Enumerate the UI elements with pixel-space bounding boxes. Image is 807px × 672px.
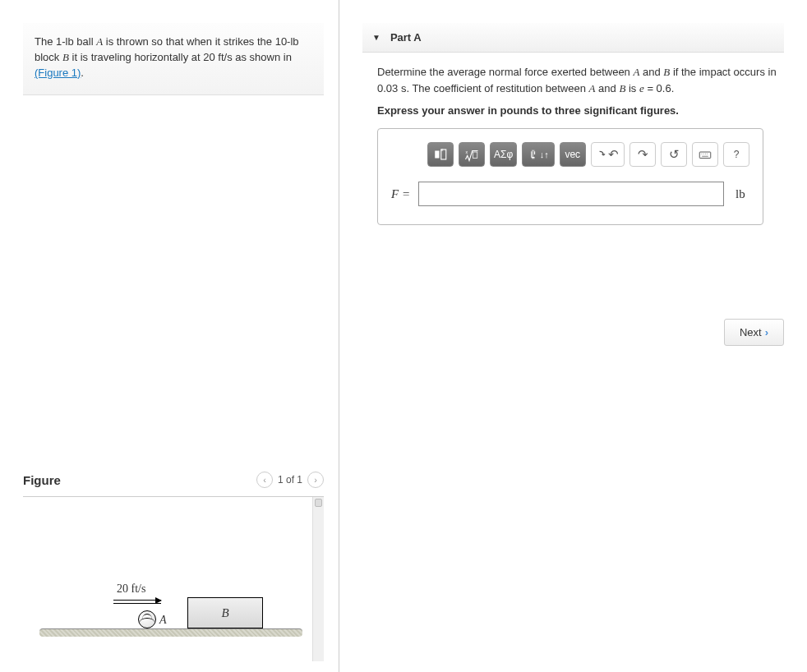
svg-text:x: x xyxy=(466,150,468,154)
velocity-arrow-icon xyxy=(113,600,161,601)
svg-rect-4 xyxy=(473,152,477,159)
problem-statement: The 1-lb ball A is thrown so that when i… xyxy=(23,23,324,95)
unit: lb xyxy=(290,35,298,48)
svg-rect-5 xyxy=(699,152,711,159)
svg-rect-0 xyxy=(435,151,439,159)
answer-box: x x ΑΣφ ↓↑ vec ↶ ↷ ↺ xyxy=(377,128,763,225)
help-button[interactable]: ? xyxy=(723,142,749,167)
text: = 0.6. xyxy=(644,82,675,94)
greek-letters-button[interactable]: ΑΣφ xyxy=(490,142,517,167)
root-fraction-button[interactable]: x xyxy=(459,142,485,167)
equation-toolbar: x x ΑΣφ ↓↑ vec ↶ ↷ ↺ xyxy=(427,142,749,167)
block-icon: B xyxy=(187,597,263,628)
text: block xyxy=(35,51,62,63)
text: . xyxy=(81,67,84,79)
question-text: Determine the average normal force exert… xyxy=(377,64,784,96)
answer-input[interactable] xyxy=(418,182,724,206)
figure-title: Figure xyxy=(23,473,61,487)
answer-unit: lb xyxy=(736,187,745,201)
text: and xyxy=(595,82,619,94)
pager-prev-button[interactable]: ‹ xyxy=(256,472,273,488)
answer-format: Express your answer in pounds to three s… xyxy=(377,104,784,117)
text: The 1- xyxy=(35,35,66,48)
label: Next xyxy=(740,326,762,338)
part-header[interactable]: ▼ Part A xyxy=(362,23,784,53)
unit: lb xyxy=(66,35,74,48)
text: . The coefficient of restitution between xyxy=(406,82,588,94)
text: Determine the average normal force exert… xyxy=(377,66,633,78)
undo-button[interactable]: ↶ xyxy=(591,142,625,167)
pager-counter: 1 of 1 xyxy=(278,474,302,486)
label: vec xyxy=(565,149,580,160)
text: as shown in xyxy=(233,51,292,63)
svg-text:x: x xyxy=(441,148,444,152)
figure-link[interactable]: (Figure 1) xyxy=(35,67,81,79)
speed-unit: ft/s xyxy=(218,51,232,63)
part-title: Part A xyxy=(390,31,422,44)
var-B: B xyxy=(62,51,69,63)
text: and xyxy=(639,66,663,78)
next-button[interactable]: Next › xyxy=(724,319,784,346)
subscript-button[interactable]: ↓↑ xyxy=(522,142,555,167)
text: it is traveling horizontally at 20 xyxy=(69,51,218,63)
speed-label: 20 ft/s xyxy=(117,582,145,596)
equation-label: F = xyxy=(391,187,410,201)
figure-scrollbar[interactable] xyxy=(312,497,324,661)
template-picker-button[interactable]: x xyxy=(427,142,454,167)
figure-diagram: 20 ft/s A B xyxy=(39,546,302,645)
figure-pager: ‹ 1 of 1 › xyxy=(256,472,324,488)
chevron-right-icon: › xyxy=(765,326,768,338)
ball-label: A xyxy=(159,614,167,627)
label: ΑΣφ xyxy=(494,149,513,160)
redo-button[interactable]: ↷ xyxy=(629,142,656,167)
text: is xyxy=(625,82,639,94)
label: ? xyxy=(734,149,740,160)
collapse-caret-icon: ▼ xyxy=(372,33,380,42)
text: ball xyxy=(74,35,96,48)
figure-body: 20 ft/s A B xyxy=(23,497,324,661)
pager-next-button[interactable]: › xyxy=(307,472,324,488)
text: is thrown so that when it strikes the 10… xyxy=(103,35,290,48)
figure-section: Figure ‹ 1 of 1 › 20 ft/s A B xyxy=(23,467,324,672)
var-A: A xyxy=(96,35,103,48)
velocity-arrow-underline xyxy=(113,603,161,604)
ground-icon xyxy=(39,628,302,637)
vector-button[interactable]: vec xyxy=(560,142,586,167)
ball-icon xyxy=(138,610,156,628)
block-label: B xyxy=(221,606,228,620)
keyboard-button[interactable] xyxy=(692,142,718,167)
reset-button[interactable]: ↺ xyxy=(661,142,687,167)
